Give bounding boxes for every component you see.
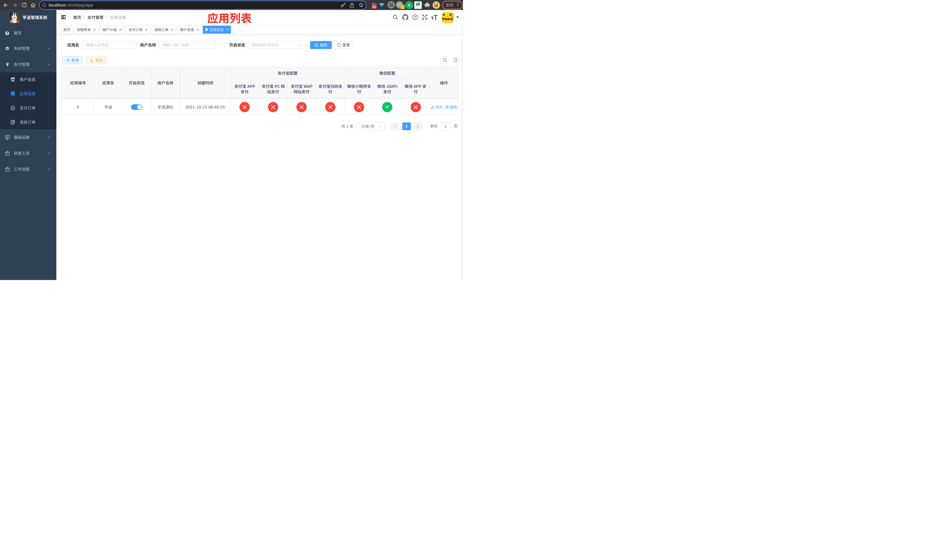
svg-text:?: ? [414, 15, 416, 19]
svg-text:Y: Y [407, 3, 410, 8]
svg-text:¥: ¥ [12, 106, 14, 109]
svg-text:¥: ¥ [6, 62, 9, 67]
